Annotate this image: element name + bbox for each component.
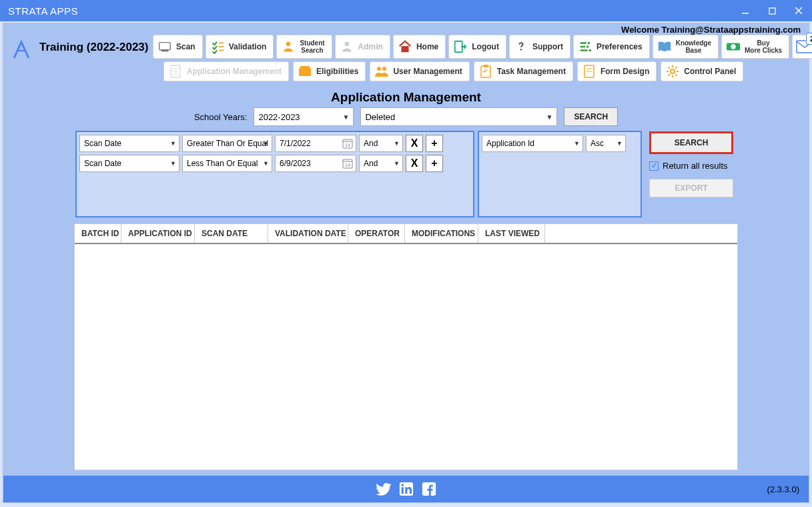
main-search-button[interactable]: SEARCH [649,131,733,154]
filter-logic-select[interactable]: And▼ [359,155,403,172]
top-search-button[interactable]: SEARCH [564,107,618,126]
svg-point-19 [731,44,735,49]
mail-count-badge: 2 [806,33,812,45]
add-filter-button[interactable]: + [426,155,443,172]
column-header[interactable]: MODIFICATIONS [405,224,478,243]
filter-row: Scan Date▼Less Than Or Equal▼6/9/202314A… [79,155,470,172]
validation-icon [210,39,225,54]
add-filter-button[interactable]: + [426,135,443,152]
maximize-button[interactable] [759,0,785,21]
svg-point-27 [377,67,381,71]
welcome-text: Welcome Training@Strataappstraining.com [621,25,801,35]
toolbar-validation-button[interactable]: Validation [206,35,274,59]
toolbar-label: StudentSearch [300,39,324,54]
filter-date-input[interactable]: 6/9/202314 [275,155,356,172]
results-table: BATCH IDAPPLICATION IDSCAN DATEVALIDATIO… [74,223,738,470]
gear-icon [665,64,680,79]
filter-field-select[interactable]: Scan Date▼ [79,155,179,172]
remove-filter-button[interactable]: X [406,135,423,152]
subtoolbar-label: Task Management [497,67,566,76]
svg-point-14 [520,49,522,51]
column-header[interactable]: BATCH ID [75,224,121,243]
mail-button[interactable]: 2 [792,35,812,59]
toolbar-scan-button[interactable]: Scan [153,35,203,59]
toolbar-logout-button[interactable]: Logout [448,35,506,59]
users-icon [374,64,389,79]
filter-field-select[interactable]: Scan Date▼ [79,135,179,152]
calendar-icon[interactable]: 14 [342,138,353,149]
school-year-row: School Years: 2022-2023▼ Deleted▼ SEARCH [3,107,809,126]
svg-point-17 [588,49,591,52]
subtoolbar-appmgmt-button[interactable]: Application Management [163,61,289,81]
column-header[interactable]: LAST VIEWED [478,224,545,243]
return-all-checkbox[interactable]: ✓ [649,161,659,171]
buy-icon [726,39,741,54]
sort-direction-select[interactable]: Asc▼ [586,135,626,152]
filter-operator-select[interactable]: Greater Than Or Equal▼ [182,135,272,152]
subtoolbar-form-button[interactable]: Form Design [577,61,657,81]
sort-field-select[interactable]: Application Id▼ [482,135,583,152]
column-header[interactable]: SCAN DATE [195,224,268,243]
toolbar-label: Support [532,42,563,51]
subtoolbar-users-button[interactable]: User Management [370,61,469,81]
subtoolbar-label: Eligibilities [316,67,358,76]
kb-icon [657,39,672,54]
school-years-label: School Years: [194,112,248,122]
svg-text:14: 14 [345,143,350,147]
facebook-icon[interactable] [420,480,438,498]
toolbar-home-button[interactable]: Home [393,35,446,59]
toolbar-support-button[interactable]: Support [509,35,570,59]
status-select[interactable]: Deleted▼ [360,107,557,126]
student-icon [281,39,296,54]
toolbar-label: KnowledgeBase [676,39,711,54]
form-icon [582,64,596,79]
return-all-label: Return all results [663,161,728,171]
export-button[interactable]: EXPORT [649,179,733,197]
column-header[interactable]: VALIDATION DATE [268,224,348,243]
filter-operator-select[interactable]: Less Than Or Equal▼ [182,155,272,172]
toolbar-student-button[interactable]: StudentSearch [276,35,332,59]
subtoolbar-label: User Management [393,67,462,76]
svg-point-28 [382,67,386,71]
svg-point-11 [344,42,349,47]
app-title: STRATA APPS [8,5,78,17]
toolbar-buy-button[interactable]: BuyMore Clicks [721,35,789,59]
main-toolbar: ScanValidationStudentSearchAdminHomeLogo… [153,35,812,59]
linkedin-icon[interactable] [398,480,415,498]
filter-logic-select[interactable]: And▼ [359,135,403,152]
svg-point-10 [286,42,291,47]
subtoolbar-elig-button[interactable]: Eligibilities [293,61,366,81]
svg-rect-42 [401,487,403,494]
toolbar-label: Home [416,42,438,51]
toolbar-label: Preferences [596,42,643,51]
twitter-icon[interactable] [375,480,392,498]
subtoolbar-tasks-button[interactable]: Task Management [474,61,573,81]
school-year-select[interactable]: 2022-2023▼ [254,107,354,126]
title-bar: STRATA APPS [0,0,812,21]
action-panel: SEARCH ✓ Return all results EXPORT [649,131,736,197]
remove-filter-button[interactable]: X [406,155,423,172]
content-frame: Welcome Training@Strataappstraining.com … [3,23,809,503]
app-logo-icon [13,39,30,59]
toolbar-label: Validation [229,42,267,51]
column-header[interactable]: APPLICATION ID [121,224,195,243]
elig-icon [298,64,312,79]
toolbar-kb-button[interactable]: KnowledgeBase [653,35,719,59]
admin-icon [340,39,354,54]
sort-field-value: Application Id [486,139,534,148]
column-header[interactable]: OPERATOR [348,224,405,243]
svg-point-16 [586,45,589,48]
school-year-value: 2022-2023 [258,112,300,122]
svg-rect-29 [481,66,490,77]
close-button[interactable] [785,0,812,21]
toolbar-prefs-button[interactable]: Preferences [573,35,650,59]
subtoolbar-gear-button[interactable]: Control Panel [661,61,743,81]
filter-date-input[interactable]: 7/1/202214 [275,135,356,152]
minimize-button[interactable] [732,0,759,21]
subtoolbar-label: Control Panel [684,67,736,76]
logout-icon [453,39,468,54]
toolbar-admin-button[interactable]: Admin [335,35,390,59]
calendar-icon[interactable]: 14 [342,158,353,169]
sub-toolbar: Application ManagementEligibilitiesUser … [163,61,743,81]
sort-panel: Application Id▼ Asc▼ [478,131,642,217]
